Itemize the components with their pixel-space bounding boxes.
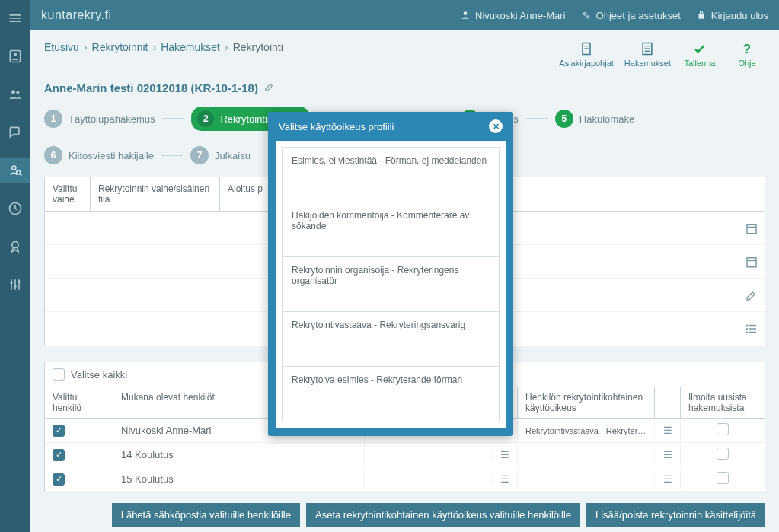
people-icon[interactable]: [0, 82, 30, 107]
th-valittu: Valittu vaihe: [45, 177, 91, 211]
svg-point-4: [12, 166, 16, 170]
select-all-label: Valitse kaikki: [71, 369, 127, 381]
calendar-icon[interactable]: [739, 255, 765, 269]
list-icon[interactable]: ☰: [492, 469, 518, 489]
checkbox-icon[interactable]: ✓: [53, 449, 65, 461]
profile-option[interactable]: Hakijoiden kommentoija - Kommenterare av…: [283, 202, 499, 257]
edit-icon[interactable]: [264, 81, 275, 94]
ph-oikeus: Henkilön rekrytointikohtainen käyttöoike…: [518, 387, 655, 418]
breadcrumb: Etusivu › Rekrytoinnit › Hakemukset › Re…: [44, 41, 283, 53]
profile-icon[interactable]: [0, 44, 30, 68]
svg-point-8: [12, 241, 18, 247]
crumb-current: Rekrytointi: [233, 41, 283, 53]
crumb-rekrytoinnit[interactable]: Rekrytoinnit: [92, 41, 148, 53]
chat-icon[interactable]: [0, 120, 30, 145]
profile-option[interactable]: Rekrytoiva esimies - Rekryterande förman: [283, 367, 499, 422]
svg-point-12: [10, 282, 12, 284]
action-apps[interactable]: Hakemukset: [624, 41, 671, 68]
svg-point-13: [14, 285, 16, 288]
svg-point-5: [17, 170, 21, 174]
checkbox-icon[interactable]: [53, 368, 65, 381]
check-icon: [692, 41, 707, 56]
action-help-label: Ohje: [738, 59, 755, 68]
list-icon[interactable]: ☰: [492, 444, 518, 465]
action-apps-label: Hakemukset: [624, 59, 671, 68]
modal-body: Esimies, ei viestintää - Förman, ej medd…: [276, 141, 506, 428]
list-icon[interactable]: ☰: [655, 420, 681, 441]
step-badge: 6: [44, 146, 62, 164]
step-badge: 1: [44, 110, 62, 128]
add-remove-button[interactable]: Lisää/poista rekrytoinnin käsittelijöitä: [586, 503, 765, 527]
hamburger-icon[interactable]: [0, 6, 30, 30]
profile-option[interactable]: Esimies, ei viestintää - Förman, ej medd…: [283, 148, 499, 202]
step-label: Hakulomake: [579, 113, 634, 125]
profile-list: Esimies, ei viestintää - Förman, ej medd…: [282, 147, 500, 422]
people-row: ✓ 15 Koulutus ☰ ☰: [45, 467, 765, 492]
crumb-sep: ›: [153, 41, 157, 53]
checkbox-icon[interactable]: [717, 448, 729, 460]
svg-point-14: [18, 280, 20, 282]
crumb-etusivu[interactable]: Etusivu: [44, 41, 79, 53]
svg-line-6: [20, 174, 21, 176]
crumb-sep: ›: [84, 41, 88, 53]
action-help[interactable]: ? Ohje: [729, 41, 765, 68]
svg-text:?: ?: [743, 42, 751, 56]
step-connector: [526, 118, 548, 119]
svg-rect-27: [747, 224, 756, 233]
step-label: Julkaisu: [215, 150, 251, 161]
list-icon: [640, 41, 655, 56]
step-connector: [162, 118, 184, 119]
help-icon: ?: [739, 41, 755, 56]
profile-option[interactable]: Rekrytoinnin organisoija - Rekryteringen…: [283, 257, 499, 312]
action-save[interactable]: Tallenna: [682, 41, 718, 68]
svg-point-15: [464, 11, 468, 15]
step-label: Täyttölupahakemus: [69, 113, 155, 125]
logout-label: Kirjaudu ulos: [711, 10, 768, 21]
badge-icon[interactable]: [0, 234, 30, 259]
set-rights-button[interactable]: Aseta rekrytointikohtainen käyttöoikeus …: [306, 503, 580, 527]
svg-rect-0: [10, 51, 20, 62]
step-7[interactable]: 7 Julkaisu: [190, 146, 251, 164]
checkbox-icon[interactable]: [717, 423, 729, 435]
svg-rect-18: [698, 14, 704, 19]
step-connector: [161, 155, 183, 156]
step-badge: 5: [555, 110, 573, 128]
gears-icon: [581, 10, 592, 21]
page-title: Anne-Marin testi 02012018 (KR-10-1-18): [44, 81, 765, 94]
action-docs[interactable]: Asiakirjapohjat: [559, 41, 614, 68]
crumb-hakemukset[interactable]: Hakemukset: [161, 41, 220, 53]
logo: kuntarekry.fi: [41, 8, 111, 22]
svg-point-1: [14, 53, 17, 56]
header-actions: Asiakirjapohjat Hakemukset Tallenna ? Oh…: [548, 41, 765, 68]
page-title-text: Anne-Marin testi 02012018 (KR-10-1-18): [44, 81, 258, 94]
th-sisatila: Rekrytoinnin vaihe/sisäinen tila: [91, 177, 220, 211]
email-button[interactable]: Lähetä sähköpostia valituille henkilöill…: [112, 503, 300, 527]
search-person-icon[interactable]: [0, 158, 30, 183]
step-1[interactable]: 1 Täyttölupahakemus: [44, 110, 155, 128]
checkbox-icon[interactable]: ✓: [53, 425, 65, 437]
list-icon[interactable]: [739, 322, 765, 336]
profile-option[interactable]: Rekrytointivastaava - Rekryteringsansvar…: [283, 312, 499, 367]
top-bar: kuntarekry.fi Nivukoski Anne-Mari Ohjeet…: [30, 0, 779, 30]
svg-point-17: [586, 16, 589, 18]
ph-ilmoita: Ilmoita uusista hakemuksista: [681, 387, 765, 418]
list-icon[interactable]: ☰: [655, 469, 681, 489]
logout-link[interactable]: Kirjaudu ulos: [696, 10, 768, 21]
list-icon[interactable]: ☰: [655, 444, 681, 465]
action-save-label: Tallenna: [685, 59, 716, 68]
settings-link[interactable]: Ohjeet ja asetukset: [581, 10, 681, 21]
clock-icon[interactable]: [0, 196, 30, 221]
checkbox-icon[interactable]: ✓: [53, 473, 65, 486]
user-link[interactable]: Nivukoski Anne-Mari: [460, 10, 566, 21]
person-role: [518, 475, 655, 484]
close-icon[interactable]: ✕: [489, 119, 503, 133]
left-rail: [0, 0, 30, 532]
svg-point-35: [746, 328, 748, 330]
sliders-icon[interactable]: [0, 272, 30, 297]
checkbox-icon[interactable]: [717, 472, 729, 484]
calendar-icon[interactable]: [739, 221, 765, 235]
step-6[interactable]: 6 Kiitosviesti hakijalle: [44, 146, 154, 164]
step-5[interactable]: 5 Hakulomake: [555, 110, 634, 128]
pencil-icon[interactable]: [739, 289, 765, 301]
step-label: Kiitosviesti hakijalle: [69, 150, 154, 161]
